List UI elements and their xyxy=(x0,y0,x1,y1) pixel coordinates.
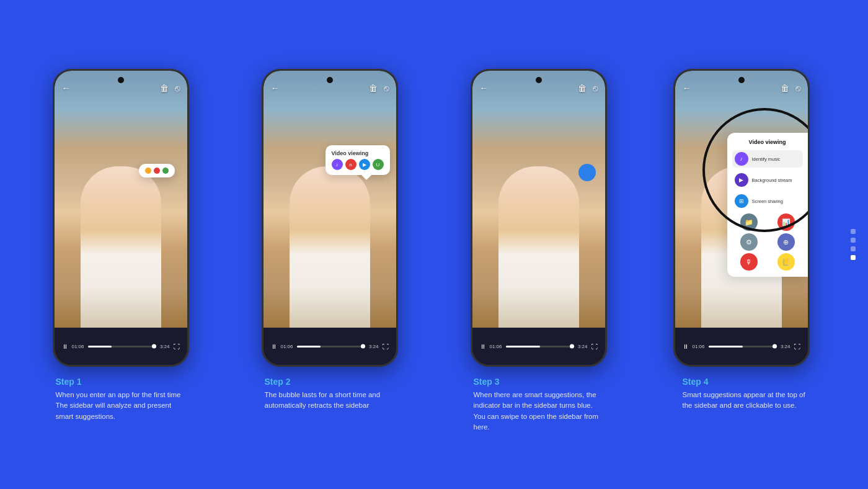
nav-dot-4[interactable] xyxy=(851,255,856,260)
step1-phone: ← 🗑 ⎋ ⏸ 01:06 xyxy=(53,69,189,367)
sidebar-grid-1: 📁 📊 xyxy=(732,213,803,231)
progress-fill-2 xyxy=(297,346,321,348)
identify-music-label: Identify music xyxy=(752,156,781,162)
expand-icon-3[interactable]: ⛶ xyxy=(591,343,598,350)
sidebar-panel[interactable]: Video viewing ♪ Identify music ▶ Backgro… xyxy=(727,133,808,277)
person-image xyxy=(81,166,161,328)
photo-background-2 xyxy=(264,71,396,328)
step2-frame: ← 🗑 ⎋ Video viewing ♪ n ▶ U xyxy=(262,69,398,367)
step3-body: When there are smart suggestions, the in… xyxy=(474,390,604,433)
progress-bar-2[interactable] xyxy=(297,346,365,348)
expand-icon-4[interactable]: ⛶ xyxy=(794,343,800,350)
tooltip-icon-4: U xyxy=(373,159,384,170)
step3-phone: ← 🗑 ⎋ ⏸ 01:06 xyxy=(471,69,607,367)
grid-icon-chart[interactable]: 📊 xyxy=(777,213,795,231)
top-bar-right-4: 🗑 ⎋ xyxy=(781,83,800,93)
camera-dot-2 xyxy=(327,77,333,83)
step4-frame: ← 🗑 ⎋ Video viewing ♪ Identify music xyxy=(673,69,810,367)
progress-dot-4 xyxy=(773,344,777,349)
photo-background xyxy=(55,71,187,328)
delete-icon-4[interactable]: 🗑 xyxy=(781,83,789,93)
delete-icon-3[interactable]: 🗑 xyxy=(578,83,587,93)
tooltip-icons: ♪ n ▶ U xyxy=(332,159,384,170)
nav-dot-1[interactable] xyxy=(851,229,856,234)
top-bar-4: ← 🗑 ⎋ xyxy=(683,83,800,93)
tooltip-title: Video viewing xyxy=(332,150,384,156)
top-bar-2: ← 🗑 ⎋ xyxy=(271,83,389,93)
dot-red xyxy=(154,168,160,174)
progress-dot xyxy=(152,344,156,349)
grid-icon-folder[interactable]: 📁 xyxy=(740,213,758,231)
sidebar-row-identify[interactable]: ♪ Identify music xyxy=(732,150,803,168)
screen-sharing-icon: ⊞ xyxy=(735,194,748,208)
progress-bar[interactable] xyxy=(88,346,156,348)
video-tooltip[interactable]: Video viewing ♪ n ▶ U xyxy=(326,145,390,175)
time-end-3: 3:24 xyxy=(578,344,588,349)
step1-column: ← 🗑 ⎋ ⏸ 01:06 xyxy=(25,69,216,422)
camera-dot-4 xyxy=(738,77,745,83)
top-bar: ← 🗑 ⎋ xyxy=(62,83,180,93)
progress-bar-3[interactable] xyxy=(506,346,574,348)
sidebar-row-screen[interactable]: ⊞ Screen sharing xyxy=(732,192,803,210)
dots-bubble[interactable] xyxy=(139,164,175,177)
grid-icon-notes[interactable]: 📒 xyxy=(777,253,795,271)
share-icon-3[interactable]: ⎋ xyxy=(593,83,598,93)
sidebar-row-bg[interactable]: ▶ Background stream xyxy=(732,171,803,189)
sidebar-panel-title: Video viewing xyxy=(732,139,803,145)
share-icon[interactable]: ⎋ xyxy=(175,83,180,93)
delete-icon[interactable]: 🗑 xyxy=(160,83,169,93)
blue-indicator[interactable] xyxy=(578,164,596,181)
time-start-4: 01:06 xyxy=(693,344,705,349)
grid-icon-mic[interactable]: 🎙 xyxy=(740,253,758,271)
camera-dot xyxy=(118,77,124,83)
progress-dot-2 xyxy=(361,344,365,349)
step4-title: Step 4 xyxy=(683,377,813,387)
dot-green xyxy=(162,168,169,174)
screen-sharing-label: Screen sharing xyxy=(752,199,783,204)
step2-title: Step 2 xyxy=(265,377,395,387)
step4-body: Smart suggestions appear at the top of t… xyxy=(683,390,813,411)
grid-icon-settings[interactable]: ⚙ xyxy=(740,233,758,251)
bg-stream-icon: ▶ xyxy=(735,173,748,187)
share-icon-2[interactable]: ⎋ xyxy=(384,83,389,93)
top-bar-right-2: 🗑 ⎋ xyxy=(369,83,389,93)
back-icon-2[interactable]: ← xyxy=(271,83,280,93)
video-controls-4: ⏸ 01:06 3:24 ⛶ xyxy=(675,328,808,365)
grid-icon-copy[interactable]: ⊕ xyxy=(777,233,795,251)
progress-fill xyxy=(88,346,112,348)
step3-screen: ← 🗑 ⎋ ⏸ 01:06 xyxy=(472,71,605,365)
back-icon-4[interactable]: ← xyxy=(683,83,691,93)
step4-desc: Step 4 Smart suggestions appear at the t… xyxy=(680,377,816,411)
step3-desc: Step 3 When there are smart suggestions,… xyxy=(471,377,607,433)
back-icon[interactable]: ← xyxy=(62,83,71,93)
expand-icon[interactable]: ⛶ xyxy=(174,343,180,350)
step1-title: Step 1 xyxy=(56,377,186,387)
step2-desc: Step 2 The bubble lasts for a short time… xyxy=(262,377,398,411)
step4-column: ← 🗑 ⎋ Video viewing ♪ Identify music xyxy=(652,69,843,411)
top-bar-right-3: 🗑 ⎋ xyxy=(578,83,598,93)
play-pause-icon-4[interactable]: ⏸ xyxy=(683,343,689,350)
video-controls: ⏸ 01:06 3:24 ⛶ xyxy=(55,328,187,365)
photo-background-3 xyxy=(472,71,605,328)
play-pause-icon-3[interactable]: ⏸ xyxy=(480,343,486,350)
nav-dot-3[interactable] xyxy=(851,246,856,251)
delete-icon-2[interactable]: 🗑 xyxy=(369,83,378,93)
progress-bar-4[interactable] xyxy=(709,346,777,348)
top-bar-right: 🗑 ⎋ xyxy=(160,83,180,93)
time-end-2: 3:24 xyxy=(369,344,379,349)
top-bar-3: ← 🗑 ⎋ xyxy=(480,83,598,93)
play-pause-icon-2[interactable]: ⏸ xyxy=(271,343,277,350)
tooltip-icon-2: n xyxy=(345,159,356,170)
progress-fill-3 xyxy=(506,346,540,348)
person-image-2 xyxy=(290,166,370,328)
sidebar-grid-2: ⚙ ⊕ xyxy=(732,233,803,251)
back-icon-3[interactable]: ← xyxy=(480,83,489,93)
video-controls-2: ⏸ 01:06 3:24 ⛶ xyxy=(264,328,396,365)
nav-dot-2[interactable] xyxy=(851,238,856,243)
expand-icon-2[interactable]: ⛶ xyxy=(383,343,389,350)
share-icon-4[interactable]: ⎋ xyxy=(795,83,800,93)
time-end: 3:24 xyxy=(160,344,170,349)
dot-yellow xyxy=(145,168,151,174)
play-pause-icon[interactable]: ⏸ xyxy=(62,343,68,350)
time-end-4: 3:24 xyxy=(781,344,790,349)
